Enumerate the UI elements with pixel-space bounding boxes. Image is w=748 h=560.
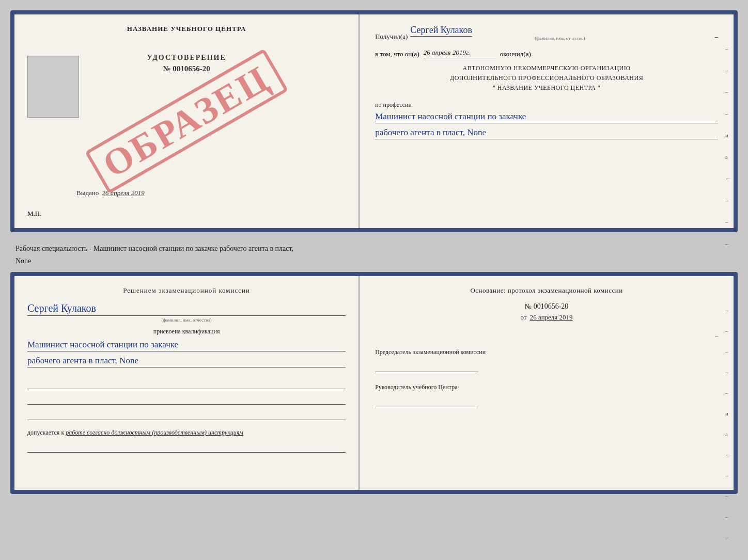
subtitle-block: Рабочая специальность - Машинист насосно…: [10, 237, 738, 267]
side-marks-top: – – – – и а ← – – –: [725, 45, 731, 247]
bottom-doc-left: Решением экзаменационной комиссии Сергей…: [14, 276, 360, 490]
top-doc-left: НАЗВАНИЕ УЧЕБНОГО ЦЕНТРА ОБРАЗЕЦ УДОСТОВ…: [14, 14, 360, 228]
dash-top: –: [714, 33, 718, 41]
bottom-prof-line1: Машинист насосной станции по закачке: [27, 340, 346, 351]
vtom-date: 26 апреля 2019г.: [424, 49, 496, 58]
vydano-line: Выдано 26 апреля 2019: [76, 189, 145, 197]
mp-label: М.П.: [27, 210, 41, 218]
dopuskaetsya-label: допускается к: [27, 429, 64, 436]
side-marks-bottom: – – – – – и а ← – – – –: [725, 307, 731, 540]
top-left-title: НАЗВАНИЕ УЧЕБНОГО ЦЕНТРА: [27, 25, 346, 33]
dash-right-1: –: [375, 332, 718, 340]
vydano-date: 26 апреля 2019: [102, 189, 145, 197]
org-block: АВТОНОМНУЮ НЕКОММЕРЧЕСКУЮ ОРГАНИЗАЦИЮ ДО…: [375, 63, 718, 93]
subtitle-line2: None: [13, 252, 735, 267]
underline-bottom: [27, 441, 346, 453]
underline-3: [27, 409, 346, 420]
rukovoditel-sign-line: [375, 396, 478, 407]
underlines-block: [27, 378, 346, 420]
underline-2: [27, 393, 346, 405]
profession-line1-top: Машинист насосной станции по закачке: [375, 111, 718, 123]
profession-line2-top: рабочего агента в пласт, None: [375, 127, 718, 139]
vtom-label: в том, что он(а): [375, 50, 419, 58]
org-line2: ДОПОЛНИТЕЛЬНОГО ПРОФЕССИОНАЛЬНОГО ОБРАЗО…: [375, 73, 718, 83]
rukovoditel-block: Руководитель учебного Центра: [375, 382, 718, 407]
rukovoditel-label: Руководитель учебного Центра: [375, 382, 718, 392]
org-line1: АВТОНОМНУЮ НЕКОММЕРЧЕСКУЮ ОРГАНИЗАЦИЮ: [375, 63, 718, 73]
poluchil-label: Получил(a): [375, 33, 408, 41]
page-container: НАЗВАНИЕ УЧЕБНОГО ЦЕНТРА ОБРАЗЕЦ УДОСТОВ…: [10, 10, 738, 494]
predsedatel-block: Председатель экзаменационной комиссии: [375, 347, 718, 372]
underline-1: [27, 378, 346, 389]
poluchil-row: Получил(a) Сергей Кулаков (фамилия, имя,…: [375, 25, 718, 41]
bottom-number: № 0010656-20: [375, 302, 718, 311]
po-professii-label: по профессии: [375, 101, 718, 109]
predsedatel-sign-line: [375, 361, 478, 372]
bottom-name-hint: (фамилия, имя, отчество): [27, 317, 346, 323]
ot-date-value: 26 апреля 2019: [530, 313, 573, 321]
top-document: НАЗВАНИЕ УЧЕБНОГО ЦЕНТРА ОБРАЗЕЦ УДОСТОВ…: [10, 10, 738, 232]
osnovanie-title: Основание: протокол экзаменационной коми…: [375, 286, 718, 295]
ot-date-block: от 26 апреля 2019: [375, 313, 718, 322]
bottom-name: Сергей Кулаков: [27, 302, 346, 316]
ot-label: от: [521, 313, 527, 321]
predsedatel-label: Председатель экзаменационной комиссии: [375, 347, 718, 357]
dopuskaetsya-value: работе согласно должностным (производств…: [66, 429, 243, 436]
bottom-prof-line2: рабочего агента в пласт, None: [27, 356, 346, 367]
vtom-row: в том, что он(а) 26 апреля 2019г. окончи…: [375, 49, 718, 58]
org-line3: " НАЗВАНИЕ УЧЕБНОГО ЦЕНТРА ": [375, 83, 718, 93]
bottom-document: Решением экзаменационной комиссии Сергей…: [10, 272, 738, 494]
resheniem-title: Решением экзаменационной комиссии: [27, 286, 346, 295]
bottom-doc-right: Основание: протокол экзаменационной коми…: [360, 276, 734, 490]
vydano-label: Выдано: [76, 189, 99, 197]
photo-placeholder: [27, 56, 79, 118]
okonchil-label: окончил(а): [500, 50, 531, 58]
dopuskaetsya-block: допускается к работе согласно должностны…: [27, 428, 346, 437]
top-doc-right: Получил(a) Сергей Кулаков (фамилия, имя,…: [360, 14, 734, 228]
prisvoyena-label: присвоена квалификация: [27, 328, 346, 335]
recipient-name: Сергей Кулаков: [410, 25, 472, 37]
